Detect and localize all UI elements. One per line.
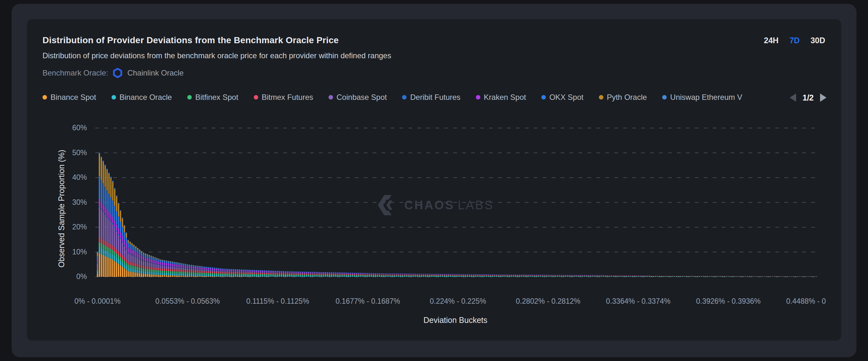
bar-segment[interactable] bbox=[576, 275, 578, 276]
bar-segment[interactable] bbox=[152, 275, 154, 277]
bar-segment[interactable] bbox=[592, 275, 593, 276]
bar-segment[interactable] bbox=[143, 254, 144, 257]
bar-segment[interactable] bbox=[145, 258, 146, 261]
bar-segment[interactable] bbox=[294, 272, 296, 273]
bar-segment[interactable] bbox=[776, 276, 777, 277]
bar-segment[interactable] bbox=[396, 276, 397, 277]
bar-segment[interactable] bbox=[325, 274, 326, 275]
bar-segment[interactable] bbox=[268, 277, 269, 277]
bar-segment[interactable] bbox=[124, 261, 125, 264]
bar-segment[interactable] bbox=[135, 257, 136, 264]
bar-segment[interactable] bbox=[597, 275, 598, 276]
bar-segment[interactable] bbox=[469, 275, 470, 275]
bar-segment[interactable] bbox=[559, 276, 560, 276]
bar-segment[interactable] bbox=[524, 276, 526, 276]
bar-segment[interactable] bbox=[363, 273, 365, 273]
bar-segment[interactable] bbox=[649, 276, 650, 277]
bar-segment[interactable] bbox=[233, 270, 234, 271]
bar-segment[interactable] bbox=[268, 274, 269, 275]
bar-segment[interactable] bbox=[660, 277, 662, 277]
bar-segment[interactable] bbox=[131, 250, 133, 254]
bar-segment[interactable] bbox=[595, 276, 597, 277]
bar-segment[interactable] bbox=[179, 265, 181, 267]
bar-segment[interactable] bbox=[302, 274, 303, 275]
bar-segment[interactable] bbox=[106, 217, 108, 242]
bar-segment[interactable] bbox=[384, 276, 386, 277]
bar-segment[interactable] bbox=[743, 277, 744, 277]
bar-segment[interactable] bbox=[158, 275, 159, 277]
bar-segment[interactable] bbox=[304, 272, 305, 273]
bar-segment[interactable] bbox=[344, 274, 345, 274]
bar-segment[interactable] bbox=[193, 265, 194, 266]
bar-segment[interactable] bbox=[149, 255, 150, 256]
bar-segment[interactable] bbox=[335, 273, 336, 274]
bar-segment[interactable] bbox=[127, 240, 129, 243]
bar-segment[interactable] bbox=[442, 275, 443, 276]
bar-segment[interactable] bbox=[151, 267, 152, 270]
bar-segment[interactable] bbox=[229, 274, 230, 275]
bar-segment[interactable] bbox=[294, 276, 296, 277]
bar-segment[interactable] bbox=[617, 276, 618, 276]
bar-segment[interactable] bbox=[97, 253, 98, 256]
bar-segment[interactable] bbox=[384, 275, 386, 276]
bar-segment[interactable] bbox=[467, 276, 468, 276]
bar-segment[interactable] bbox=[360, 273, 361, 274]
bar-segment[interactable] bbox=[381, 276, 382, 277]
bar-segment[interactable] bbox=[285, 273, 286, 273]
bar-segment[interactable] bbox=[189, 266, 190, 268]
bar-segment[interactable] bbox=[202, 270, 204, 270]
bar-segment[interactable] bbox=[204, 271, 206, 273]
bar-segment[interactable] bbox=[549, 276, 551, 277]
bar-segment[interactable] bbox=[270, 272, 271, 273]
bar-segment[interactable] bbox=[137, 258, 138, 258]
bar-segment[interactable] bbox=[377, 273, 378, 274]
bar-segment[interactable] bbox=[791, 277, 792, 277]
bar-segment[interactable] bbox=[678, 276, 679, 277]
bar-segment[interactable] bbox=[446, 274, 447, 274]
bar-segment[interactable] bbox=[411, 276, 412, 276]
bar-segment[interactable] bbox=[659, 277, 660, 277]
bar-segment[interactable] bbox=[710, 277, 712, 277]
bar-segment[interactable] bbox=[164, 275, 165, 277]
bar-segment[interactable] bbox=[183, 264, 184, 264]
bar-segment[interactable] bbox=[131, 266, 133, 269]
bar-segment[interactable] bbox=[193, 269, 194, 269]
bar-segment[interactable] bbox=[517, 276, 518, 277]
bar-segment[interactable] bbox=[210, 271, 211, 273]
bar-segment[interactable] bbox=[288, 276, 290, 277]
bar-segment[interactable] bbox=[227, 269, 228, 270]
bar-segment[interactable] bbox=[363, 274, 365, 275]
bar-segment[interactable] bbox=[317, 275, 319, 276]
bar-segment[interactable] bbox=[156, 261, 158, 264]
bar-segment[interactable] bbox=[394, 276, 395, 276]
bar-segment[interactable] bbox=[319, 274, 320, 274]
bar-segment[interactable] bbox=[463, 276, 464, 277]
bar-segment[interactable] bbox=[166, 261, 167, 263]
bar-segment[interactable] bbox=[645, 277, 647, 277]
bar-segment[interactable] bbox=[369, 275, 370, 276]
bar-segment[interactable] bbox=[753, 276, 754, 277]
bar-segment[interactable] bbox=[254, 275, 255, 277]
bar-segment[interactable] bbox=[442, 274, 443, 275]
bar-segment[interactable] bbox=[196, 269, 198, 271]
bar-segment[interactable] bbox=[503, 275, 505, 275]
bar-segment[interactable] bbox=[248, 273, 250, 274]
bar-segment[interactable] bbox=[129, 242, 131, 242]
bar-segment[interactable] bbox=[112, 250, 114, 254]
bar-segment[interactable] bbox=[160, 262, 161, 265]
bar-segment[interactable] bbox=[260, 274, 261, 276]
bar-segment[interactable] bbox=[749, 277, 750, 277]
bar-segment[interactable] bbox=[580, 276, 581, 276]
bar-segment[interactable] bbox=[279, 273, 280, 275]
bar-segment[interactable] bbox=[179, 267, 181, 268]
bar-segment[interactable] bbox=[707, 276, 708, 277]
bar-segment[interactable] bbox=[390, 275, 392, 275]
bar-segment[interactable] bbox=[99, 154, 100, 176]
bar-segment[interactable] bbox=[588, 275, 589, 276]
bar-segment[interactable] bbox=[624, 276, 625, 276]
bar-segment[interactable] bbox=[636, 277, 637, 277]
bar-segment[interactable] bbox=[126, 233, 127, 238]
bar-segment[interactable] bbox=[185, 264, 186, 265]
bar-segment[interactable] bbox=[137, 267, 138, 270]
bar-segment[interactable] bbox=[377, 275, 378, 276]
